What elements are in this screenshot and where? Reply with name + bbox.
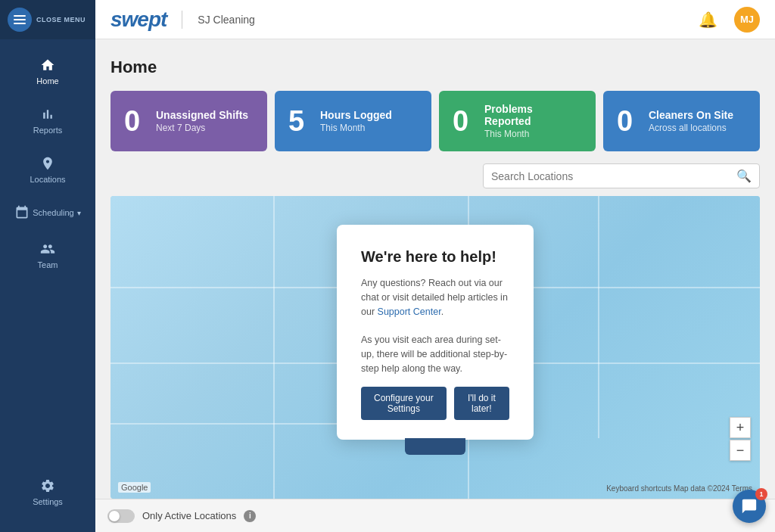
zoom-in-button[interactable]: + — [730, 417, 751, 438]
sidebar-item-home-label: Home — [36, 76, 58, 86]
sidebar-item-locations-label: Locations — [30, 175, 65, 184]
company-name: SJ Cleaning — [198, 14, 255, 26]
sidebar-nav: Home Reports Locations Scheduling ▾ — [0, 39, 95, 468]
bottom-bar: Only Active Locations i — [95, 499, 775, 532]
sidebar-item-scheduling-label: Scheduling — [33, 208, 73, 217]
do-it-later-button[interactable]: I'll do it later! — [454, 387, 509, 420]
dialog-actions: Configure your Settings I'll do it later… — [361, 387, 509, 420]
sidebar-item-team-label: Team — [38, 260, 58, 269]
sidebar-item-reports[interactable]: Reports — [0, 96, 95, 145]
location-icon — [40, 156, 55, 171]
hours-logged-label: Hours Logged — [320, 109, 392, 121]
map-attribution: Keyboard shortcuts Map data ©2024 Terms — [606, 484, 752, 493]
stat-cards-row: 0 Unassigned Shifts Next 7 Days 5 Hours … — [110, 91, 760, 151]
calendar-icon — [14, 205, 30, 220]
cleaners-on-site-number: 0 — [617, 107, 638, 135]
problems-reported-sublabel: This Month — [484, 129, 582, 139]
close-menu-label: CLOSE MENU — [36, 16, 86, 24]
problems-reported-info: Problems Reported This Month — [484, 103, 582, 139]
active-locations-label: Only Active Locations — [142, 510, 236, 521]
cleaners-on-site-sublabel: Across all locations — [649, 123, 733, 133]
bar-chart-icon — [40, 107, 55, 122]
sidebar-item-home[interactable]: Home — [0, 47, 95, 96]
search-input-wrapper: 🔍 — [483, 163, 760, 188]
team-icon — [40, 241, 55, 257]
search-bar-row: 🔍 — [110, 163, 760, 188]
hours-logged-info: Hours Logged This Month — [320, 109, 392, 133]
dialog-title: We're here to help! — [361, 247, 509, 266]
sidebar-bottom: Settings — [0, 468, 95, 532]
cleaners-on-site-label: Cleaners On Site — [649, 109, 733, 121]
stat-card-hours-logged: 5 Hours Logged This Month — [275, 91, 431, 151]
problems-reported-number: 0 — [453, 107, 474, 135]
close-menu-button[interactable]: CLOSE MENU — [0, 0, 95, 39]
hours-logged-sublabel: This Month — [320, 123, 392, 133]
configure-settings-button[interactable]: Configure your Settings — [361, 387, 447, 420]
page-content: Home 0 Unassigned Shifts Next 7 Days 5 H… — [95, 39, 775, 499]
zoom-out-button[interactable]: − — [730, 440, 751, 461]
active-locations-toggle[interactable] — [107, 509, 135, 523]
svg-rect-2 — [14, 23, 26, 24]
gear-icon — [40, 478, 55, 493]
search-locations-input[interactable] — [491, 170, 736, 182]
home-icon — [40, 58, 55, 73]
sidebar-item-reports-label: Reports — [33, 126, 63, 135]
stat-card-cleaners-on-site: 0 Cleaners On Site Across all locations — [603, 91, 760, 151]
sidebar: CLOSE MENU Home Reports Locations — [0, 0, 95, 532]
sidebar-item-locations[interactable]: Locations — [0, 145, 95, 194]
chat-icon — [741, 498, 758, 515]
dialog-bottom-tab — [405, 438, 465, 455]
page-title: Home — [110, 58, 760, 77]
unassigned-shifts-number: 0 — [124, 107, 145, 135]
sidebar-item-team[interactable]: Team — [0, 231, 95, 280]
stat-card-problems-reported: 0 Problems Reported This Month — [439, 91, 596, 151]
unassigned-shifts-info: Unassigned Shifts Next 7 Days — [156, 109, 248, 133]
avatar[interactable]: MJ — [734, 7, 760, 33]
info-icon[interactable]: i — [244, 510, 256, 522]
stat-card-unassigned-shifts: 0 Unassigned Shifts Next 7 Days — [110, 91, 267, 151]
dialog-body: Any questions? Reach out via our chat or… — [361, 276, 509, 375]
chat-badge: 1 — [755, 488, 767, 500]
sidebar-item-settings-label: Settings — [33, 497, 63, 506]
dialog-body-text3: As you visit each area during set-up, th… — [361, 334, 507, 374]
app-logo: swept — [110, 8, 167, 32]
toggle-knob — [109, 511, 120, 521]
hours-logged-number: 5 — [288, 107, 310, 135]
menu-icon — [8, 8, 32, 32]
unassigned-shifts-sublabel: Next 7 Days — [156, 123, 248, 133]
sidebar-item-settings[interactable]: Settings — [0, 468, 95, 517]
chat-bubble-button[interactable]: 1 — [733, 490, 766, 523]
dialog-body-period: . — [441, 306, 444, 317]
map-section: 🔍 We're here to help! — [110, 163, 760, 499]
svg-rect-0 — [14, 15, 26, 17]
topbar: swept SJ Cleaning 🔔 MJ — [95, 0, 775, 39]
cleaners-on-site-info: Cleaners On Site Across all locations — [649, 109, 733, 133]
problems-reported-label: Problems Reported — [484, 103, 582, 127]
support-center-link[interactable]: Support Center — [378, 306, 441, 317]
unassigned-shifts-label: Unassigned Shifts — [156, 109, 248, 121]
main-content: swept SJ Cleaning 🔔 MJ Home 0 Unassigned… — [95, 0, 775, 532]
notification-bell-icon[interactable]: 🔔 — [699, 11, 717, 29]
help-dialog: We're here to help! Any questions? Reach… — [337, 225, 534, 439]
logo-divider — [182, 11, 182, 29]
chevron-down-icon: ▾ — [77, 209, 81, 217]
map-container[interactable]: We're here to help! Any questions? Reach… — [110, 196, 760, 499]
svg-rect-1 — [14, 19, 26, 20]
map-zoom-controls: + − — [730, 417, 751, 461]
search-icon[interactable]: 🔍 — [736, 169, 752, 183]
google-logo: Google — [118, 482, 151, 493]
sidebar-item-scheduling[interactable]: Scheduling ▾ — [0, 194, 95, 231]
